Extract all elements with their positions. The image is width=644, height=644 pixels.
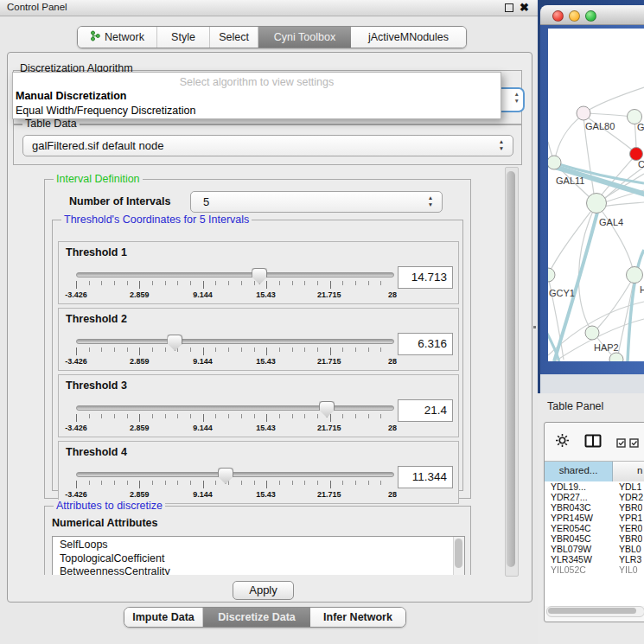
combo-arrows-icon: ▲▼ [497, 138, 506, 152]
network-node[interactable] [627, 267, 643, 284]
table-data-group-label: Table Data [22, 118, 80, 130]
settings-scrollbar[interactable] [505, 167, 519, 577]
table-row[interactable]: YDR27...YDR2 [545, 492, 644, 502]
threshold-slider[interactable]: -3.4262.8599.14415.4321.71528 [76, 268, 392, 303]
table-row[interactable]: YBR043CYBR0 [545, 502, 644, 513]
cell-name[interactable]: YER0 [612, 523, 642, 533]
close-icon[interactable]: ✖ [520, 0, 529, 16]
threshold-value-field[interactable]: 14.713 [398, 266, 453, 289]
threshold-slider[interactable]: -3.4262.8599.14415.4321.71528 [76, 468, 392, 502]
combo-arrows-icon: ▲▼ [514, 91, 520, 105]
network-edge[interactable] [601, 202, 644, 207]
scrollbar-thumb[interactable] [548, 608, 636, 614]
table-row[interactable]: YBR045CYBR0 [545, 533, 644, 544]
cell-name[interactable]: YPR1 [612, 513, 642, 523]
numerical-attributes-list[interactable]: SelfLoopsTopologicalCoefficientBetweenne… [52, 536, 465, 575]
cell-shared-name[interactable]: YDL19... [545, 481, 612, 492]
tick-label: -3.426 [65, 490, 87, 499]
tab-discretize-data[interactable]: Discretize Data [203, 608, 310, 627]
cell-shared-name[interactable]: YDR27... [545, 492, 612, 502]
slider-track[interactable] [76, 472, 394, 477]
splitpane-grip[interactable] [533, 326, 536, 328]
tab-infer-network[interactable]: Infer Network [310, 608, 405, 627]
slider-track[interactable] [76, 339, 394, 344]
tab-cyni-toolbox[interactable]: Cyni Toolbox [258, 27, 351, 48]
cell-name[interactable]: YIL0 [612, 564, 638, 575]
gear-icon[interactable] [555, 433, 570, 451]
tab-select[interactable]: Select [210, 27, 258, 48]
column-header-name[interactable]: n [613, 462, 644, 481]
network-node[interactable] [609, 353, 623, 361]
cell-shared-name[interactable]: YBR045C [545, 533, 612, 544]
table-row[interactable]: YER054CYER0 [545, 523, 644, 533]
cell-shared-name[interactable]: YPR145W [545, 513, 612, 523]
dropdown-option-manual-discretization[interactable]: Manual Discretization [13, 89, 501, 104]
cell-name[interactable]: YBR0 [612, 533, 642, 544]
network-edge[interactable] [555, 115, 583, 160]
network-edge[interactable] [550, 207, 594, 271]
network-node[interactable] [587, 194, 607, 214]
threshold-slider[interactable]: -3.4262.8599.14415.4321.71528 [76, 401, 392, 436]
table-data-combobox-value: galFiltered.sif default node [32, 136, 163, 156]
cell-shared-name[interactable]: YBR043C [545, 502, 612, 513]
network-node[interactable] [585, 326, 599, 340]
table-data-combobox[interactable]: galFiltered.sif default node ▲▼ [22, 135, 513, 156]
table-row[interactable]: YPR145WYPR1 [545, 513, 644, 523]
network-edge[interactable] [586, 113, 632, 117]
close-traffic-light-icon[interactable] [552, 10, 564, 22]
float-window-icon[interactable] [505, 3, 513, 12]
table-row[interactable]: YDL19...YDL1 [545, 481, 644, 492]
cell-shared-name[interactable]: YBL079W [545, 544, 612, 554]
scrollbar-thumb[interactable] [507, 171, 515, 567]
scrollbar-thumb[interactable] [455, 539, 462, 568]
select-all-checkbox-icon[interactable] [616, 436, 626, 451]
cell-shared-name[interactable]: YER054C [545, 523, 612, 533]
threshold-slider[interactable]: -3.4262.8599.14415.4321.71528 [76, 335, 392, 369]
threshold-value-field[interactable]: 21.4 [398, 399, 453, 422]
attribute-list-item[interactable]: TopologicalCoefficient [53, 552, 464, 566]
tick-label: 2.859 [130, 424, 150, 432]
network-node[interactable] [548, 156, 561, 169]
network-edge[interactable] [597, 280, 632, 328]
threshold-value-field[interactable]: 6.316 [398, 333, 453, 355]
zoom-traffic-light-icon[interactable] [585, 10, 596, 22]
dropdown-option-equal-width-frequency[interactable]: Equal Width/Frequency Discretization [13, 104, 501, 118]
tab-network[interactable]: Network [78, 27, 157, 48]
cell-name[interactable]: YBR0 [612, 502, 642, 513]
cell-name[interactable]: YDR2 [612, 492, 643, 502]
network-node[interactable] [577, 106, 590, 120]
minimize-traffic-light-icon[interactable] [569, 10, 580, 22]
cell-name[interactable]: YDL1 [612, 481, 641, 492]
table-row[interactable]: YLR345WYLR3 [545, 554, 644, 564]
tab-style[interactable]: Style [157, 27, 210, 48]
tick-label: 21.715 [317, 290, 341, 299]
table-row[interactable]: YBL079WYBL0 [545, 544, 644, 554]
apply-button[interactable]: Apply [233, 581, 294, 600]
tab-jactivemnodules[interactable]: jActiveMNodules [351, 27, 466, 48]
network-node[interactable] [548, 268, 555, 282]
cell-shared-name[interactable]: YLR345W [545, 554, 612, 564]
split-columns-icon[interactable] [584, 434, 602, 451]
tick-label: 15.43 [256, 290, 276, 299]
cell-shared-name[interactable]: YIL052C [545, 564, 612, 575]
deselect-checkbox-icon[interactable] [629, 436, 639, 451]
network-window-titlebar[interactable] [540, 5, 644, 25]
cell-name[interactable]: YLR3 [612, 554, 641, 564]
slider-track[interactable] [76, 405, 394, 411]
tab-impute-data[interactable]: Impute Data [124, 608, 203, 627]
tick-label: 2.859 [130, 357, 150, 366]
slider-track[interactable] [76, 272, 394, 277]
network-view-canvas[interactable]: GAL80GACGAL11GAL4GCY1HHAP2 [548, 29, 644, 361]
cell-name[interactable]: YBL0 [612, 544, 641, 554]
tick-label: 28 [388, 357, 397, 366]
threshold-value-field[interactable]: 11.344 [398, 466, 453, 488]
attribute-list-item[interactable]: BetweennessCentrality [53, 565, 464, 575]
threshold-panel: Threshold 4-3.4262.8599.14415.4321.71528… [58, 441, 459, 504]
network-edge[interactable] [586, 87, 644, 112]
number-of-intervals-spinner[interactable]: 5 ▲▼ [190, 191, 443, 213]
column-header-shared-name[interactable]: shared... [545, 462, 613, 481]
attributes-list-scrollbar[interactable] [453, 537, 464, 575]
table-row[interactable]: YIL052CYIL0 [545, 564, 644, 575]
attribute-list-item[interactable]: SelfLoops [53, 539, 464, 552]
table-horizontal-scrollbar[interactable] [546, 606, 644, 617]
